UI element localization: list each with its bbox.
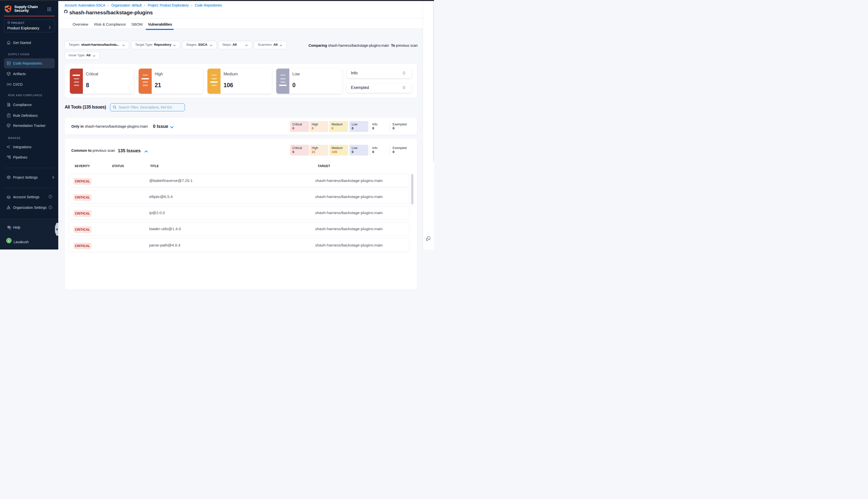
svg-text:?: ? [8, 226, 10, 228]
